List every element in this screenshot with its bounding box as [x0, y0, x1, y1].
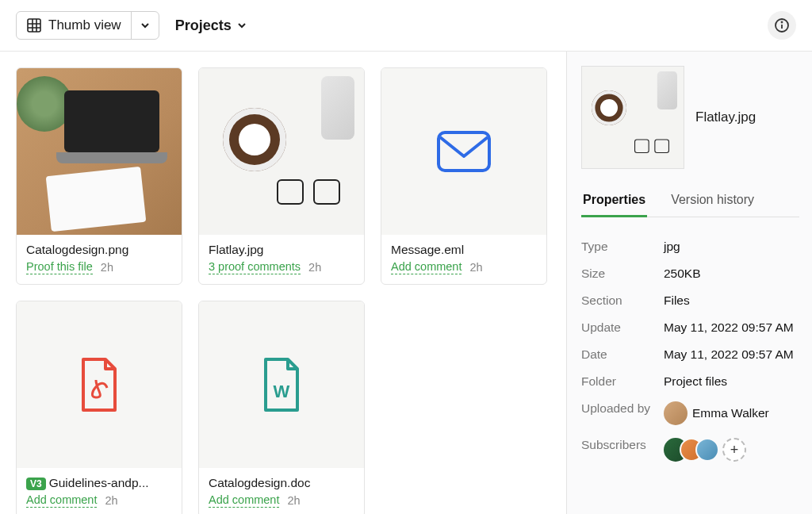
prop-update: Update May 11, 2022 09:57 AM — [581, 314, 799, 341]
mail-icon — [435, 129, 492, 174]
uploader-avatar — [664, 401, 688, 425]
info-icon — [774, 17, 790, 33]
svg-point-7 — [782, 22, 783, 23]
details-panel: Flatlay.jpg Properties Version history T… — [566, 52, 812, 514]
file-card[interactable]: Catalogdesign.png Proof this file 2h — [16, 67, 182, 285]
chevron-down-icon — [236, 20, 247, 31]
prop-subscribers: Subscribers + — [581, 432, 799, 468]
add-comment-link[interactable]: Add comment — [391, 260, 462, 274]
toolbar: Thumb view Projects — [0, 0, 812, 52]
file-time: 2h — [308, 261, 321, 274]
chevron-down-icon — [140, 20, 151, 31]
file-grid: Catalogdesign.png Proof this file 2h Fla… — [0, 52, 566, 514]
file-name: Message.eml — [391, 243, 537, 257]
uploader-name: Emma Walker — [692, 406, 769, 420]
file-card[interactable]: Message.eml Add comment 2h — [381, 67, 547, 285]
version-badge: V3 — [26, 478, 46, 490]
add-comment-link[interactable]: Add comment — [26, 493, 97, 508]
add-subscriber-button[interactable]: + — [722, 438, 746, 462]
file-card[interactable]: W Catalogdesign.doc Add comment 2h — [198, 301, 365, 514]
prop-folder: Folder Project files — [581, 368, 799, 395]
word-file-icon: W — [259, 356, 304, 413]
breadcrumb-label: Projects — [175, 17, 232, 34]
file-card[interactable]: V3Guidelines-andp... Add comment 2h — [16, 301, 182, 514]
file-time: 2h — [287, 494, 300, 507]
tab-properties[interactable]: Properties — [581, 188, 647, 217]
details-thumbnail — [581, 66, 684, 169]
svg-text:W: W — [274, 382, 290, 401]
details-tabs: Properties Version history — [581, 188, 799, 217]
tab-version-history[interactable]: Version history — [669, 188, 756, 217]
file-card[interactable]: Flatlay.jpg 3 proof comments 2h — [198, 67, 365, 285]
info-button[interactable] — [768, 11, 796, 40]
breadcrumb[interactable]: Projects — [175, 17, 247, 34]
file-name: Catalogdesign.png — [26, 243, 172, 257]
prop-uploaded-by: Uploaded by Emma Walker — [581, 395, 799, 432]
grid-icon — [26, 17, 42, 33]
view-dropdown-button[interactable] — [131, 12, 159, 39]
details-title: Flatlay.jpg — [695, 109, 756, 125]
prop-size: Size 250KB — [581, 260, 799, 287]
view-mode-button[interactable]: Thumb view — [17, 12, 131, 39]
pdf-file-icon — [77, 356, 121, 413]
file-name: Catalogdesign.doc — [209, 476, 354, 490]
svg-rect-8 — [439, 132, 489, 171]
proof-file-link[interactable]: Proof this file — [26, 260, 93, 274]
prop-date: Date May 11, 2022 09:57 AM — [581, 341, 799, 368]
file-thumbnail — [17, 68, 182, 235]
subscriber-avatar[interactable] — [695, 438, 719, 462]
svg-rect-0 — [28, 19, 40, 32]
file-time: 2h — [105, 494, 117, 507]
file-name: V3Guidelines-andp... — [26, 476, 172, 490]
file-time: 2h — [101, 261, 113, 274]
file-time: 2h — [469, 261, 482, 274]
prop-section: Section Files — [581, 287, 799, 314]
file-thumbnail — [199, 68, 364, 235]
proof-comments-link[interactable]: 3 proof comments — [209, 260, 301, 274]
file-thumbnail — [381, 68, 546, 235]
file-thumbnail — [17, 301, 182, 468]
view-label: Thumb view — [48, 17, 121, 33]
prop-type: Type jpg — [581, 233, 799, 260]
file-name: Flatlay.jpg — [209, 243, 354, 257]
add-comment-link[interactable]: Add comment — [209, 493, 279, 508]
view-selector: Thumb view — [16, 11, 159, 40]
file-thumbnail: W — [199, 301, 364, 468]
